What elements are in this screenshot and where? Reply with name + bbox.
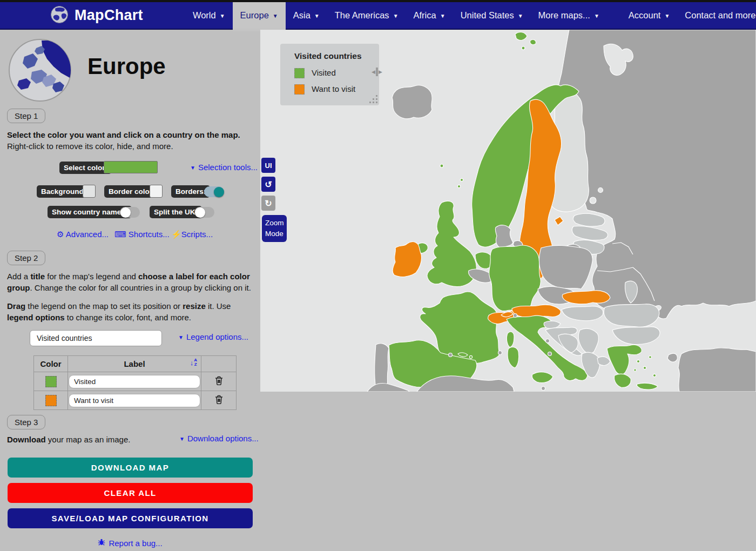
group-color-cell[interactable] <box>34 372 68 391</box>
group-label-cell <box>68 372 201 391</box>
country-san-marino[interactable] <box>546 339 550 343</box>
aegean-island[interactable] <box>643 366 646 369</box>
download-map-button[interactable]: DOWNLOAD MAP <box>8 458 253 478</box>
legend-collapse-handle[interactable]: ◀▶ <box>372 68 382 76</box>
group-delete-cell[interactable] <box>201 391 237 410</box>
sidebar: Europe Step 1 Select the color you want … <box>0 30 260 551</box>
aegean-island[interactable] <box>634 369 636 371</box>
scripts-link[interactable]: ⚡Scripts... <box>171 230 213 239</box>
triangle-down-icon: ▼ <box>190 165 195 171</box>
nav-item-africa[interactable]: Africa▼ <box>406 2 453 29</box>
nav-item-united-states[interactable]: United States▼ <box>453 2 531 29</box>
toggle-knob <box>214 187 224 197</box>
nav-item-europe[interactable]: Europe▼ <box>233 2 286 29</box>
redo-button[interactable]: ↻ <box>261 196 275 211</box>
legend-title-input[interactable] <box>30 330 162 346</box>
label-column-header[interactable]: Label ↓AZ <box>68 356 201 372</box>
lake <box>590 197 596 204</box>
country-iceland[interactable] <box>392 85 432 119</box>
group-color-swatch[interactable] <box>45 395 57 406</box>
selection-tools-link[interactable]: ▼Selection tools... <box>190 163 258 172</box>
orkney[interactable] <box>457 185 460 187</box>
lake <box>598 188 603 193</box>
country-andorra[interactable] <box>449 353 453 357</box>
show-country-names-label: Show country names: <box>48 206 132 218</box>
aegean-island[interactable] <box>649 356 652 359</box>
handle-bar <box>376 68 378 76</box>
show-country-names-toggle[interactable] <box>120 207 140 218</box>
legend-label: Visited <box>312 68 336 77</box>
step1-instructions: Select the color you want and click on a… <box>7 129 251 152</box>
shetland[interactable] <box>460 178 463 181</box>
svalbard[interactable] <box>530 39 536 44</box>
country-vatican[interactable] <box>548 352 552 356</box>
step2-paragraph-2: Drag the legend on the map to set its po… <box>7 300 253 323</box>
country-monaco[interactable] <box>498 351 502 355</box>
nav-item-americas[interactable]: The Americas▼ <box>327 2 406 29</box>
chevron-down-icon: ▼ <box>314 13 320 19</box>
table-row <box>34 391 237 410</box>
country-portugal[interactable] <box>375 344 389 388</box>
chevron-down-icon: ▼ <box>220 13 225 19</box>
color-groups-table: Color Label ↓AZ <box>33 355 237 410</box>
step3-badge: Step 3 <box>7 415 45 429</box>
sort-az-icon[interactable]: ↓AZ <box>190 358 197 367</box>
zoom-mode-button[interactable]: Zoom Mode <box>262 215 287 242</box>
nav-item-asia[interactable]: Asia▼ <box>286 2 327 29</box>
legend-swatch[interactable] <box>294 84 305 95</box>
borders-toggle[interactable] <box>204 186 224 197</box>
clear-all-button[interactable]: CLEAR ALL <box>8 483 253 503</box>
top-nav: MapChart World▼ Europe▼ Asia▼ The Americ… <box>0 2 756 30</box>
legend-resize-handle[interactable] <box>376 102 377 103</box>
aegean-island[interactable] <box>637 360 639 362</box>
nav-item-account[interactable]: Account▼ <box>621 2 678 29</box>
step3-text: Download your map as an image. <box>7 434 130 445</box>
group-label-input[interactable] <box>69 375 200 388</box>
trash-icon[interactable] <box>215 397 223 406</box>
ui-toggle-button[interactable]: UI <box>261 158 275 173</box>
map-canvas[interactable]: Visited countries Visited Want to visit … <box>260 30 756 392</box>
group-label-input[interactable] <box>69 394 200 407</box>
undo-button[interactable]: ↺ <box>261 177 275 192</box>
arrow-right-icon: ▶ <box>379 69 382 75</box>
legend-options-link[interactable]: ▼Legend options... <box>178 332 248 341</box>
legend-swatch[interactable] <box>294 68 305 78</box>
balearic-islands[interactable] <box>469 355 472 358</box>
country-slovakia[interactable] <box>562 291 610 304</box>
color-column-header: Color <box>34 356 68 372</box>
country-turkey[interactable] <box>678 348 756 392</box>
download-options-link[interactable]: ▼Download options... <box>179 434 259 443</box>
shortcuts-link[interactable]: ⌨ Shortcuts... <box>114 230 170 239</box>
border-color-swatch[interactable] <box>150 185 163 198</box>
group-color-cell[interactable] <box>34 391 68 410</box>
toggle-knob <box>195 207 205 218</box>
selected-color-swatch[interactable] <box>104 161 158 173</box>
country-liechtenstein[interactable] <box>514 314 517 318</box>
nav-item-contact[interactable]: Contact and more...▼ <box>677 2 756 29</box>
map-legend-title[interactable]: Visited countries <box>294 51 362 61</box>
brand[interactable]: MapChart <box>50 2 143 29</box>
triangle-down-icon: ▼ <box>179 436 185 442</box>
country-romania[interactable] <box>604 304 659 327</box>
chevron-down-icon: ▼ <box>594 13 599 19</box>
country-malta[interactable] <box>542 387 545 391</box>
faroe-islands[interactable] <box>440 164 443 167</box>
group-delete-cell[interactable] <box>201 372 237 391</box>
trash-icon[interactable] <box>215 378 223 387</box>
map-legend[interactable]: Visited countries Visited Want to visit <box>281 44 379 105</box>
group-color-swatch[interactable] <box>45 376 57 387</box>
advanced-link[interactable]: ⚙ Advanced... <box>57 230 109 239</box>
group-label-cell <box>68 391 201 410</box>
table-row <box>34 372 237 391</box>
save-load-button[interactable]: SAVE/LOAD MAP CONFIGURATION <box>8 508 253 528</box>
aegean-island[interactable] <box>653 374 656 377</box>
nav-item-world[interactable]: World▼ <box>185 2 233 29</box>
chevron-down-icon: ▼ <box>440 13 446 19</box>
nav-items: World▼ Europe▼ Asia▼ The Americas▼ Afric… <box>185 2 756 29</box>
nav-item-more-maps[interactable]: More maps...▼ <box>531 2 607 29</box>
report-bug-link[interactable]: Report a bug... <box>109 539 162 548</box>
chevron-down-icon: ▼ <box>664 13 670 19</box>
split-uk-toggle[interactable] <box>194 207 214 218</box>
svalbard[interactable] <box>522 46 525 50</box>
background-color-swatch[interactable] <box>83 185 96 198</box>
